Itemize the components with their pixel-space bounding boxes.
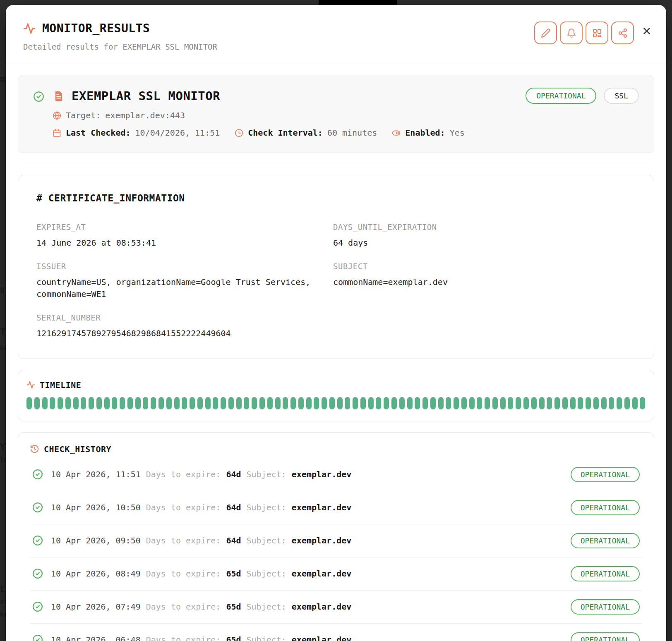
timeline-bar	[190, 397, 195, 409]
timeline-bar	[306, 397, 312, 409]
check-circle-icon	[32, 469, 43, 480]
timeline-bar	[34, 397, 40, 409]
timeline-bar	[438, 397, 444, 409]
timeline-bar	[578, 397, 583, 409]
timeline-bar	[104, 397, 110, 409]
clock-icon	[235, 129, 243, 137]
globe-icon	[53, 111, 61, 120]
days-to-expire-value: 65d	[226, 602, 241, 612]
timeline-bar	[376, 397, 381, 409]
subject-value: exemplar.dev	[292, 602, 352, 612]
check-interval: Check Interval: 60 minutes	[235, 128, 377, 138]
check-circle-icon	[32, 634, 43, 641]
timeline-bar	[143, 397, 148, 409]
timeline-bar	[290, 397, 296, 409]
backdrop-text-fragment: L	[0, 584, 5, 594]
timeline-bar	[422, 397, 428, 409]
days-to-expire-label: Days to expire:	[146, 602, 221, 612]
timeline-bar	[353, 397, 358, 409]
section-divider	[18, 164, 654, 164]
certificate-section-title: # CERTIFICATE_INFORMATION	[36, 193, 636, 203]
timeline-bar	[601, 397, 607, 409]
timeline-bar	[632, 397, 638, 409]
timeline-bar	[228, 397, 234, 409]
expires-at-field: EXPIRES_AT 14 June 2026 at 08:53:41	[36, 222, 333, 249]
timeline-bar	[205, 397, 211, 409]
issuer-field: ISSUER countryName=US, organizationName=…	[36, 262, 333, 300]
timeline-bar	[89, 397, 94, 409]
timeline-bar	[384, 397, 389, 409]
timeline-bar	[322, 397, 327, 409]
target-value: exemplar.dev:443	[105, 110, 185, 120]
timeline-bar	[135, 397, 141, 409]
subject-field: SUBJECT commonName=exemplar.dev	[333, 262, 636, 300]
timeline-bar	[50, 397, 55, 409]
timeline-bar	[593, 397, 599, 409]
check-time: 10 Apr 2026, 11:51	[51, 469, 141, 479]
enabled-value: Yes	[450, 128, 465, 138]
dashboard-grid-icon	[592, 28, 602, 38]
monitor-summary-card: EXEMPLAR SSL MONITOR OPERATIONAL SSL Tar…	[18, 75, 654, 153]
timeline-bar	[182, 397, 187, 409]
close-icon	[641, 26, 652, 36]
subject-label: Subject:	[247, 502, 286, 512]
timeline-bar	[624, 397, 630, 409]
status-badge: OPERATIONAL	[571, 533, 640, 548]
timeline-bar	[360, 397, 366, 409]
status-badge: OPERATIONAL	[571, 566, 640, 581]
last-checked-label: Last Checked:	[66, 128, 131, 138]
modal-title: MONITOR_RESULTS	[42, 22, 150, 35]
edit-button[interactable]	[534, 22, 557, 44]
timeline-bar	[516, 397, 521, 409]
check-time: 10 Apr 2026, 06:48	[51, 635, 141, 641]
monitor-name: EXEMPLAR SSL MONITOR	[72, 89, 220, 103]
check-history-row: 10 Apr 2026, 08:49 Days to expire: 65d S…	[30, 557, 642, 591]
timeline-bar	[492, 397, 498, 409]
timeline-bar	[500, 397, 506, 409]
subject-value: exemplar.dev	[292, 635, 352, 641]
last-checked-value: 10/04/2026, 11:51	[135, 128, 220, 138]
certificate-file-icon	[53, 90, 65, 102]
timeline-bar	[407, 397, 413, 409]
close-button[interactable]	[640, 24, 654, 38]
status-badge: OPERATIONAL	[571, 467, 640, 482]
timeline-bars	[26, 397, 646, 409]
check-history-row: 10 Apr 2026, 09:50 Days to expire: 64d S…	[30, 524, 642, 557]
dashboard-button[interactable]	[586, 22, 608, 44]
share-button[interactable]	[611, 22, 634, 44]
timeline-bar	[586, 397, 591, 409]
timeline-bar	[58, 397, 63, 409]
alerts-button[interactable]	[560, 22, 583, 44]
timeline-bar	[213, 397, 218, 409]
history-icon	[30, 444, 39, 454]
check-circle-icon	[32, 502, 43, 513]
timeline-bar	[166, 397, 172, 409]
subject-label: Subject:	[247, 569, 286, 579]
timeline-bar	[477, 397, 482, 409]
check-circle-icon	[32, 568, 43, 579]
field-value: 14 June 2026 at 08:53:41	[36, 237, 314, 249]
field-label: SUBJECT	[333, 262, 617, 271]
monitor-type-badge: SSL	[604, 88, 639, 104]
timeline-bar	[446, 397, 451, 409]
timeline-bar	[267, 397, 273, 409]
enabled: Enabled: Yes	[392, 128, 464, 138]
timeline-bar	[469, 397, 475, 409]
timeline-bar	[609, 397, 614, 409]
timeline-bar	[461, 397, 467, 409]
timeline-bar	[508, 397, 513, 409]
timeline-bar	[283, 397, 288, 409]
timeline-bar	[65, 397, 71, 409]
timeline-bar	[547, 397, 552, 409]
status-badge: OPERATIONAL	[526, 88, 596, 104]
days-to-expire-value: 65d	[226, 635, 241, 641]
timeline-bar	[329, 397, 335, 409]
subject-value: exemplar.dev	[292, 569, 352, 579]
check-interval-value: 60 minutes	[327, 128, 377, 138]
timeline-bar	[26, 397, 32, 409]
check-time: 10 Apr 2026, 09:50	[51, 536, 141, 545]
field-value: commonName=exemplar.dev	[333, 276, 617, 288]
timeline-bar	[298, 397, 304, 409]
timeline-bar	[368, 397, 374, 409]
timeline-card: TIMELINE	[18, 370, 654, 421]
